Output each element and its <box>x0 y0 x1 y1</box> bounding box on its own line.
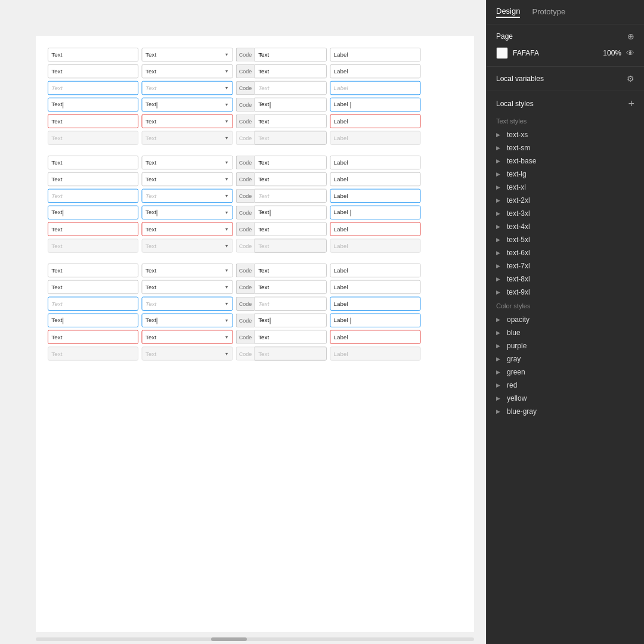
label-field-typing-2[interactable]: Label <box>330 206 420 219</box>
field-focused-1[interactable]: Text <box>48 81 138 95</box>
add-style-button[interactable]: + <box>628 98 634 109</box>
code-input-3e[interactable]: Text <box>255 330 327 343</box>
label-field-filled-1[interactable]: Label <box>330 64 420 78</box>
code-input-2c[interactable]: Text <box>255 189 327 203</box>
field-error-1b[interactable]: Text <box>48 222 138 236</box>
field-typing-1c[interactable]: Text <box>48 314 138 327</box>
code-field-typing-2[interactable]: Code Text <box>236 206 326 219</box>
code-field-default-2[interactable]: Code Text <box>236 156 326 169</box>
field-dropdown-focused-1[interactable]: Text ▼ <box>142 81 233 95</box>
label-field-typing-3[interactable]: Label <box>330 314 420 327</box>
style-item-text-8xl[interactable]: ▶ text-8xl <box>496 273 634 286</box>
style-item-text-xl[interactable]: ▶ text-xl <box>496 181 634 194</box>
code-field-filled-2[interactable]: Code Text <box>236 172 326 186</box>
style-item-text-6xl[interactable]: ▶ text-6xl <box>496 246 634 259</box>
canvas-scrollbar[interactable] <box>36 637 474 641</box>
field-dropdown-error-2[interactable]: Text ▼ <box>142 222 233 236</box>
field-error-1c[interactable]: Text <box>48 330 138 343</box>
label-field-error-3[interactable]: Label <box>330 330 420 343</box>
style-item-yellow[interactable]: ▶ yellow <box>496 392 634 405</box>
code-field-default-3[interactable]: Code Text <box>236 264 326 277</box>
page-visibility-icon[interactable]: 👁 <box>626 48 634 58</box>
style-item-text-7xl[interactable]: ▶ text-7xl <box>496 259 634 273</box>
label-field-typing-1[interactable]: Label <box>330 98 420 112</box>
code-input-2e[interactable]: Text <box>255 222 327 236</box>
style-item-text-base[interactable]: ▶ text-base <box>496 154 634 168</box>
code-input-3d[interactable]: Text <box>255 314 327 327</box>
label-field-error-1[interactable]: Label <box>330 114 420 128</box>
code-input-1[interactable]: Text <box>255 48 327 61</box>
label-field-focused-3[interactable]: Label <box>330 297 420 311</box>
code-input-2b[interactable]: Text <box>255 172 327 186</box>
field-focused-1c[interactable]: Text <box>48 297 138 311</box>
field-filled-1b[interactable]: Text <box>48 172 138 186</box>
style-item-blue-gray[interactable]: ▶ blue-gray <box>496 405 634 418</box>
field-filled-1[interactable]: Text <box>48 64 138 78</box>
code-input-2[interactable]: Text <box>255 64 327 78</box>
code-field-filled-1[interactable]: Code Text <box>236 64 326 78</box>
field-dropdown-typing-3[interactable]: Text ▼ <box>142 314 233 327</box>
field-dropdown-typing-2[interactable]: Text ▼ <box>142 206 233 219</box>
field-dropdown-filled-1[interactable]: Text ▼ <box>142 64 233 78</box>
style-item-text-sm[interactable]: ▶ text-sm <box>496 141 634 154</box>
code-field-focused-3[interactable]: Code Text <box>236 297 326 311</box>
page-color-swatch[interactable] <box>496 47 508 59</box>
code-field-error-2[interactable]: Code Text <box>236 222 326 236</box>
style-item-text-4xl[interactable]: ▶ text-4xl <box>496 220 634 233</box>
style-item-opacity[interactable]: ▶ opacity <box>496 313 634 326</box>
field-filled-1c[interactable]: Text <box>48 280 138 294</box>
code-input-3c[interactable]: Text <box>255 297 327 311</box>
field-dropdown-default-3[interactable]: Text ▼ <box>142 264 233 277</box>
field-default-1b[interactable]: Text <box>48 156 138 169</box>
field-default-1c[interactable]: Text <box>48 264 138 277</box>
style-item-blue[interactable]: ▶ blue <box>496 326 634 339</box>
label-field-default-2[interactable]: Label <box>330 156 420 169</box>
label-field-default-3[interactable]: Label <box>330 264 420 277</box>
style-item-text-3xl[interactable]: ▶ text-3xl <box>496 207 634 220</box>
style-item-red[interactable]: ▶ red <box>496 379 634 392</box>
code-input-3[interactable]: Text <box>255 81 327 95</box>
style-item-green[interactable]: ▶ green <box>496 366 634 379</box>
style-item-gray[interactable]: ▶ gray <box>496 352 634 366</box>
code-input-2a[interactable]: Text <box>255 156 327 169</box>
field-focused-1b[interactable]: Text <box>48 189 138 203</box>
code-field-focused-1[interactable]: Code Text <box>236 81 326 95</box>
field-dropdown-default-1[interactable]: Text ▼ <box>142 48 233 61</box>
code-field-focused-2[interactable]: Code Text <box>236 189 326 203</box>
style-item-purple[interactable]: ▶ purple <box>496 339 634 352</box>
code-input-5[interactable]: Text <box>255 114 327 128</box>
tab-prototype[interactable]: Prototype <box>532 7 565 17</box>
label-field-filled-2[interactable]: Label <box>330 172 420 186</box>
code-field-filled-3[interactable]: Code Text <box>236 280 326 294</box>
field-dropdown-filled-2[interactable]: Text ▼ <box>142 172 233 186</box>
field-dropdown-focused-3[interactable]: Text ▼ <box>142 297 233 311</box>
code-input-3a[interactable]: Text <box>255 264 327 277</box>
code-input-4[interactable]: Text <box>255 98 327 112</box>
field-dropdown-error-1[interactable]: Text ▼ <box>142 114 233 128</box>
page-settings-icon[interactable]: ⊕ <box>627 32 634 41</box>
label-field-filled-3[interactable]: Label <box>330 280 420 294</box>
code-field-error-1[interactable]: Code Text <box>236 114 326 128</box>
label-field-default-1[interactable]: Label <box>330 48 420 61</box>
style-item-text-2xl[interactable]: ▶ text-2xl <box>496 194 634 207</box>
label-field-error-2[interactable]: Label <box>330 222 420 236</box>
field-dropdown-error-3[interactable]: Text ▼ <box>142 330 233 343</box>
field-error-1[interactable]: Text <box>48 114 138 128</box>
field-dropdown-filled-3[interactable]: Text ▼ <box>142 280 233 294</box>
code-field-default-1[interactable]: Code Text <box>236 48 326 61</box>
code-field-typing-1[interactable]: Code Text <box>236 98 326 112</box>
tab-design[interactable]: Design <box>496 7 520 18</box>
style-item-text-lg[interactable]: ▶ text-lg <box>496 168 634 181</box>
code-field-error-3[interactable]: Code Text <box>236 330 326 343</box>
code-field-typing-3[interactable]: Code Text <box>236 314 326 327</box>
field-typing-1[interactable]: Text <box>48 98 138 112</box>
field-typing-1b[interactable]: Text <box>48 206 138 219</box>
field-dropdown-focused-2[interactable]: Text ▼ <box>142 189 233 203</box>
local-vars-settings-icon[interactable]: ⚙ <box>627 74 634 83</box>
style-item-text-xs[interactable]: ▶ text-xs <box>496 128 634 141</box>
code-input-2d[interactable]: Text <box>255 206 327 219</box>
style-item-text-5xl[interactable]: ▶ text-5xl <box>496 233 634 246</box>
label-field-focused-1[interactable]: Label <box>330 81 420 95</box>
code-input-3b[interactable]: Text <box>255 280 327 294</box>
style-item-text-9xl[interactable]: ▶ text-9xl <box>496 286 634 299</box>
